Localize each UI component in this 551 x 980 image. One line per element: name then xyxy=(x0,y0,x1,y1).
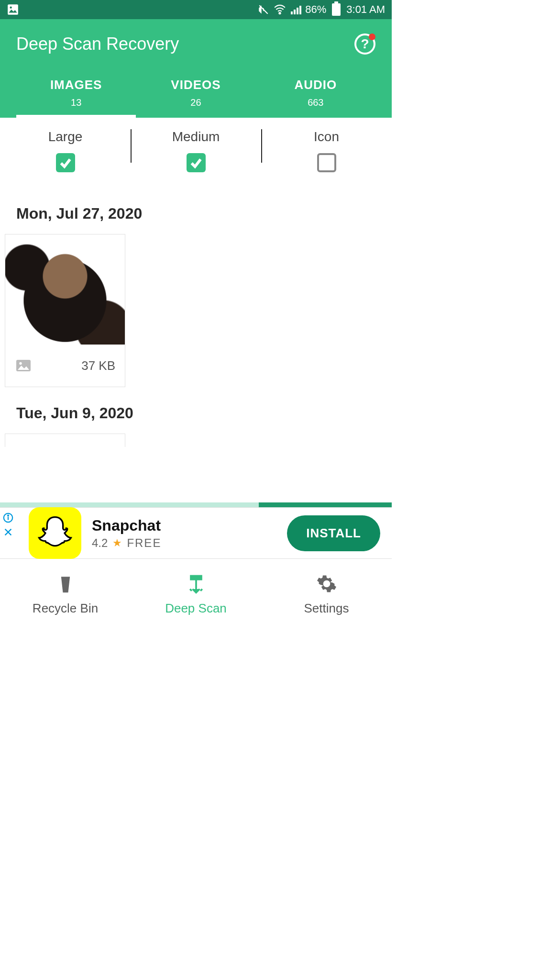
checkbox-large[interactable] xyxy=(56,153,75,172)
nav-recycle-bin[interactable]: Recycle Bin xyxy=(0,559,131,630)
svg-point-1 xyxy=(10,7,12,9)
nav-settings[interactable]: Settings xyxy=(261,559,392,630)
date-group-header: Mon, Jul 27, 2020 xyxy=(16,205,387,223)
wifi-icon xyxy=(274,3,286,16)
thumbnail-image xyxy=(5,234,125,345)
close-icon[interactable] xyxy=(3,527,13,537)
date-group-header: Tue, Jun 9, 2020 xyxy=(16,404,387,422)
svg-rect-7 xyxy=(299,6,301,14)
results-list[interactable]: Mon, Jul 27, 2020 37 KB Tue, Jun 9, 2020 xyxy=(0,187,392,502)
question-mark-icon: ? xyxy=(361,36,369,52)
nav-deep-scan[interactable]: Deep Scan xyxy=(131,559,261,630)
battery-icon xyxy=(332,3,341,16)
svg-rect-5 xyxy=(294,10,296,14)
install-button[interactable]: INSTALL xyxy=(287,515,380,551)
svg-rect-15 xyxy=(191,576,201,579)
svg-rect-4 xyxy=(291,11,293,14)
tab-images[interactable]: IMAGES 13 xyxy=(16,78,136,118)
snapchat-ghost-icon xyxy=(36,514,74,552)
tab-videos[interactable]: VIDEOS 26 xyxy=(136,78,255,118)
image-thumbnail[interactable] xyxy=(5,434,125,447)
ad-price: FREE xyxy=(127,536,161,550)
thumbnail-image xyxy=(5,434,125,447)
nav-label: Recycle Bin xyxy=(33,601,98,616)
nav-label: Settings xyxy=(304,601,349,616)
notification-dot xyxy=(369,33,375,40)
filter-icon[interactable]: Icon xyxy=(261,129,392,172)
ad-banner[interactable]: Snapchat 4.2 ★ FREE INSTALL xyxy=(0,507,392,559)
svg-line-18 xyxy=(200,589,202,591)
svg-rect-0 xyxy=(8,4,18,15)
drill-icon xyxy=(186,573,207,594)
image-thumbnail[interactable]: 37 KB xyxy=(5,234,125,387)
tab-audio[interactable]: AUDIO 663 xyxy=(256,78,375,118)
checkbox-icon[interactable] xyxy=(317,153,336,172)
vibrate-mute-icon xyxy=(257,3,270,16)
svg-point-3 xyxy=(279,12,281,14)
svg-rect-6 xyxy=(297,8,298,14)
filter-large[interactable]: Large xyxy=(0,129,131,172)
ad-app-icon xyxy=(29,507,81,559)
svg-point-12 xyxy=(8,515,9,516)
trash-icon xyxy=(55,573,76,594)
checkbox-medium[interactable] xyxy=(187,153,206,172)
size-filters: Large Medium Icon xyxy=(0,118,392,187)
svg-point-9 xyxy=(19,362,22,365)
ad-app-name: Snapchat xyxy=(92,517,287,535)
signal-icon xyxy=(290,4,301,15)
check-icon xyxy=(189,156,203,169)
svg-line-17 xyxy=(190,589,192,591)
app-header: Deep Scan Recovery ? IMAGES 13 VIDEOS 26… xyxy=(0,19,392,118)
file-size: 37 KB xyxy=(81,358,115,373)
media-tabs: IMAGES 13 VIDEOS 26 AUDIO 663 xyxy=(16,78,375,118)
check-icon xyxy=(59,156,72,169)
page-title: Deep Scan Recovery xyxy=(16,34,179,54)
picture-icon xyxy=(7,3,19,16)
progress-fill xyxy=(259,502,392,507)
battery-percent: 86% xyxy=(305,3,326,16)
clock: 3:01 AM xyxy=(346,3,385,16)
scan-progress xyxy=(0,502,392,507)
image-icon xyxy=(15,357,32,374)
bottom-nav: Recycle Bin Deep Scan Settings xyxy=(0,559,392,630)
help-button[interactable]: ? xyxy=(354,33,375,55)
filter-medium[interactable]: Medium xyxy=(131,129,261,172)
ad-rating: 4.2 xyxy=(92,536,108,550)
status-bar: 86% 3:01 AM xyxy=(0,0,392,19)
nav-label: Deep Scan xyxy=(165,601,227,616)
info-icon[interactable] xyxy=(3,512,13,523)
gear-icon xyxy=(316,573,337,594)
star-icon: ★ xyxy=(112,537,122,549)
